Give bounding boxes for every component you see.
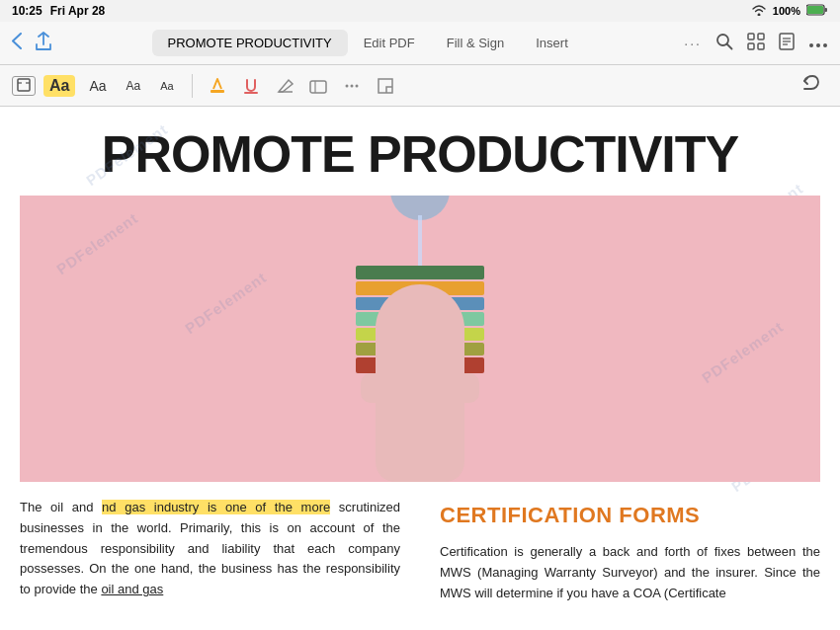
search-icon[interactable] (715, 33, 733, 54)
hand (376, 284, 464, 482)
wifi-icon (751, 4, 767, 18)
svg-rect-20 (244, 92, 258, 94)
eraser-icon[interactable] (272, 73, 297, 99)
battery-icon (806, 4, 828, 18)
highlighted-text: nd gas industry is one of the more (102, 500, 330, 514)
svg-point-14 (816, 43, 820, 47)
textbox-icon[interactable] (305, 73, 331, 99)
nav-bar: PROMOTE PRODUCTIVITY Edit PDF Fill & Sig… (0, 22, 840, 65)
svg-rect-8 (758, 43, 764, 49)
section-title: CERTIFICATION FORMS (440, 498, 820, 532)
svg-rect-5 (748, 34, 754, 39)
pdf-title: PROMOTE PRODUCTIVITY (0, 107, 840, 196)
svg-line-4 (726, 43, 731, 48)
font-size-small2[interactable]: Aa (154, 78, 179, 94)
svg-rect-1 (807, 6, 823, 14)
sticky-note-icon[interactable] (373, 73, 398, 99)
right-column-text: Certification is generally a back and fo… (440, 542, 820, 603)
tab-insert[interactable]: Insert (520, 30, 584, 56)
svg-rect-22 (310, 81, 326, 93)
pdf-area: PDFelement PDFelement PDFelement PDFelem… (0, 107, 840, 630)
text-columns: The oil and nd gas industry is one of th… (0, 482, 840, 630)
highlight-marker-icon[interactable] (205, 73, 230, 99)
date-display: Fri Apr 28 (50, 4, 106, 18)
svg-point-13 (809, 43, 813, 47)
nav-tabs: PROMOTE PRODUCTIVITY Edit PDF Fill & Sig… (152, 30, 584, 56)
svg-rect-7 (748, 43, 754, 49)
nav-dots[interactable]: ··· (684, 36, 702, 51)
font-size-medium[interactable]: Aa (83, 76, 112, 96)
watermark-img-1: PDFelement (53, 209, 141, 277)
right-column: CERTIFICATION FORMS Certification is gen… (420, 498, 820, 630)
left-column: The oil and nd gas industry is one of th… (20, 498, 420, 630)
undo-button[interactable] (793, 69, 828, 102)
more-toolbar-icon[interactable] (339, 73, 365, 99)
book-7 (356, 266, 484, 279)
tab-fill-sign[interactable]: Fill & Sign (431, 30, 521, 56)
back-button[interactable] (12, 33, 22, 53)
page-icon[interactable] (779, 33, 795, 54)
grid-icon[interactable] (747, 33, 765, 54)
pdf-image-area: PDFelement PDFelement PDFelement (20, 196, 820, 482)
toolbar: Aa Aa Aa Aa (0, 65, 840, 107)
tab-comment[interactable]: PROMOTE PRODUCTIVITY (152, 30, 348, 56)
svg-point-26 (355, 84, 358, 87)
pdf-page: PDFelement PDFelement PDFelement PDFelem… (0, 107, 840, 630)
underlined-text: oil and gas (101, 582, 163, 596)
more-icon[interactable] (808, 35, 828, 52)
font-size-small1[interactable]: Aa (121, 77, 147, 95)
watermark-img-3: PDFelement (699, 318, 787, 386)
status-bar: 10:25 Fri Apr 28 100% (0, 0, 840, 22)
font-size-large[interactable]: Aa (43, 75, 75, 97)
svg-rect-16 (18, 79, 30, 91)
watermark-img-2: PDFelement (182, 269, 270, 337)
tab-edit-pdf[interactable]: Edit PDF (348, 30, 431, 56)
battery-display: 100% (773, 5, 800, 17)
svg-rect-6 (758, 34, 764, 39)
svg-rect-2 (825, 8, 828, 12)
frame-icon[interactable] (12, 76, 36, 96)
svg-point-15 (823, 43, 827, 47)
svg-point-25 (350, 84, 353, 87)
illustration (321, 205, 519, 482)
underline-marker-icon[interactable] (238, 73, 264, 99)
time-display: 10:25 (12, 4, 42, 18)
share-button[interactable] (36, 32, 51, 55)
toolbar-divider-1 (192, 74, 193, 98)
svg-rect-19 (210, 90, 224, 93)
svg-point-24 (345, 84, 348, 87)
